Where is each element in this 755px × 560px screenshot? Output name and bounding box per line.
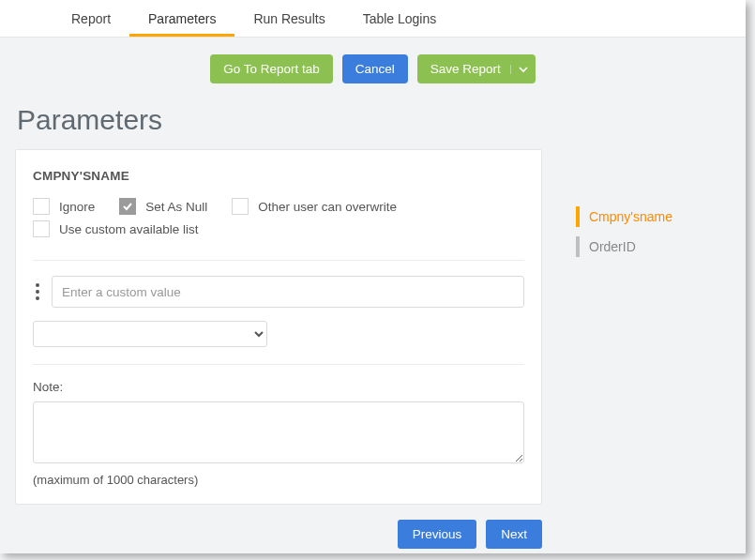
note-textarea[interactable] <box>33 401 524 463</box>
other-overwrite-checkbox[interactable] <box>232 198 249 215</box>
custom-value-input[interactable] <box>52 276 524 308</box>
action-toolbar: Go To Report tab Cancel Save Report <box>0 38 746 97</box>
tab-run-results[interactable]: Run Results <box>234 0 343 37</box>
previous-button[interactable]: Previous <box>398 520 477 549</box>
tabs-bar: Report Parameters Run Results Table Logi… <box>0 0 746 38</box>
ignore-label: Ignore <box>59 200 95 214</box>
value-select[interactable] <box>33 321 267 347</box>
divider <box>33 260 524 261</box>
drag-handle-icon[interactable] <box>33 283 42 300</box>
save-report-button[interactable]: Save Report <box>417 54 536 83</box>
page-title: Parameters <box>0 97 746 149</box>
ignore-checkbox[interactable] <box>33 198 50 215</box>
tab-parameters[interactable]: Parameters <box>129 0 234 37</box>
side-item-label: Cmpny'sname <box>589 209 672 224</box>
inactive-indicator <box>576 236 580 257</box>
active-indicator <box>576 206 580 227</box>
parameter-name: CMPNY'SNAME <box>33 169 524 183</box>
set-as-null-label: Set As Null <box>145 200 207 214</box>
cancel-button[interactable]: Cancel <box>342 54 408 83</box>
save-report-label: Save Report <box>430 62 501 76</box>
parameter-list: Cmpny'sname OrderID <box>576 205 726 505</box>
side-item-orderid[interactable]: OrderID <box>576 235 726 258</box>
custom-list-checkbox[interactable] <box>33 220 50 237</box>
side-item-cmpnysname[interactable]: Cmpny'sname <box>576 205 726 228</box>
parameter-panel: CMPNY'SNAME Ignore Set As Null <box>15 149 542 505</box>
divider <box>33 364 524 365</box>
note-label: Note: <box>33 380 524 394</box>
tab-table-logins[interactable]: Table Logins <box>344 0 456 37</box>
other-overwrite-label: Other user can overwrite <box>258 200 397 214</box>
tab-report[interactable]: Report <box>53 0 129 37</box>
set-as-null-checkbox[interactable] <box>119 198 136 215</box>
custom-list-label: Use custom available list <box>59 222 199 236</box>
note-hint: (maximum of 1000 characters) <box>33 473 524 487</box>
next-button[interactable]: Next <box>486 520 542 549</box>
footer-buttons: Previous Next <box>15 505 542 549</box>
parameter-options: Ignore Set As Null Other user can overwr… <box>33 198 524 243</box>
chevron-down-icon[interactable] <box>510 65 528 74</box>
side-item-label: OrderID <box>589 239 636 254</box>
go-to-report-button[interactable]: Go To Report tab <box>210 54 333 83</box>
